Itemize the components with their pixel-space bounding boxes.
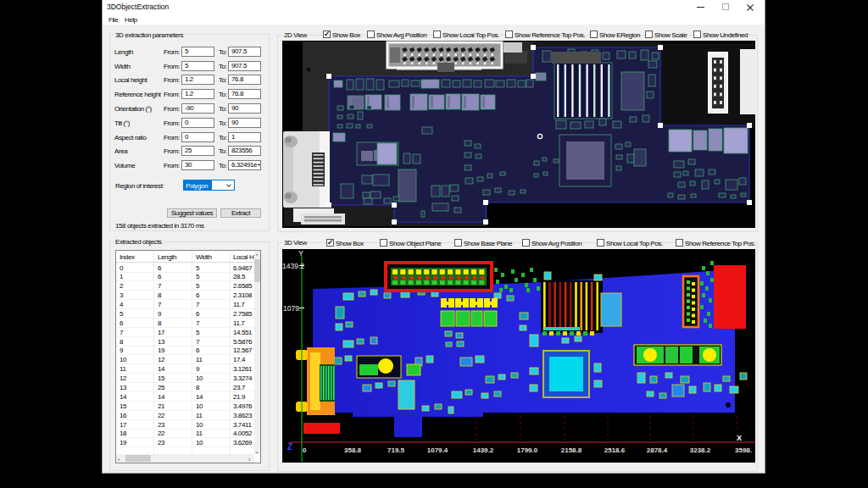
svg-text:358.8: 358.8: [344, 446, 362, 454]
svg-text:3598.: 3598.: [735, 446, 752, 454]
svg-text:3238.2: 3238.2: [690, 446, 711, 454]
svg-text:2158.8: 2158.8: [561, 446, 582, 454]
svg-text:2518.6: 2518.6: [604, 446, 626, 454]
svg-text:1079.4: 1079.4: [427, 446, 448, 454]
svg-text:1799.0: 1799.0: [517, 446, 538, 454]
svg-text:1079.: 1079.: [283, 304, 301, 313]
svg-text:X: X: [737, 434, 742, 442]
svg-text:719.5: 719.5: [387, 446, 405, 454]
svg-text:2878.4: 2878.4: [647, 446, 668, 454]
svg-text:0: 0: [303, 446, 307, 454]
svg-text:1439.2: 1439.2: [473, 446, 494, 454]
svg-text:Z: Z: [287, 442, 292, 452]
svg-text:Y: Y: [298, 249, 303, 258]
